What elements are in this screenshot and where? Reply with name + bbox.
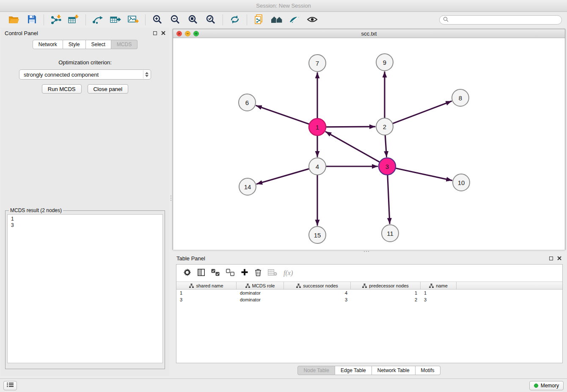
node-10[interactable]: 10 [453,174,470,191]
table-row[interactable]: 3dominator323 [176,296,562,303]
show-graphics-details-button[interactable] [303,13,321,27]
network-overview-button[interactable] [250,13,268,27]
tab-network[interactable]: Network [33,40,63,49]
mcds-result-item[interactable]: 1 [11,216,159,222]
table-cell[interactable]: 3 [176,296,237,303]
tab-style[interactable]: Style [63,40,86,49]
export-network-button[interactable] [89,13,107,27]
zoom-fit-icon [188,14,198,26]
edge-2-3[interactable] [385,135,386,157]
tab-node-table[interactable]: Node Table [297,366,335,375]
import-table-button[interactable] [65,13,83,27]
task-history-button[interactable] [3,381,17,390]
tab-mcds[interactable]: MCDS [111,40,138,49]
edge-3-11[interactable] [388,175,390,224]
table-row[interactable]: 1dominator411 [176,290,562,296]
node-4[interactable]: 4 [309,158,326,175]
eye-icon [307,16,318,24]
column-header-shared-name[interactable]: shared name [176,282,237,289]
panel-splitter-handle[interactable] [364,250,369,252]
table-header-row: shared nameMCDS rolesuccessor nodesprede… [176,282,562,290]
edge-3-1[interactable] [326,132,380,162]
mcds-result-item[interactable]: 3 [11,222,159,229]
panel-splitter-handle[interactable] [170,196,172,201]
svg-text:9: 9 [383,59,386,66]
maximize-window-icon[interactable] [193,31,199,36]
add-column-button[interactable] [241,268,248,278]
table-cell[interactable]: dominator [237,296,284,303]
mcds-result-list[interactable]: 13 [7,214,163,363]
column-header-successor-nodes[interactable]: successor nodes [284,282,351,289]
search-input[interactable] [451,17,558,23]
table-cell[interactable]: 2 [351,296,421,303]
delete-column-button[interactable] [255,268,261,278]
tab-motifs[interactable]: Motifs [416,366,440,375]
node-9[interactable]: 9 [376,54,393,71]
zoom-fit-button[interactable] [184,13,202,27]
export-network-icon [92,15,103,25]
run-mcds-button[interactable]: Run MCDS [42,84,82,94]
node-6[interactable]: 6 [239,94,256,111]
table-settings-button[interactable] [183,268,191,278]
node-14[interactable]: 14 [239,178,256,195]
zoom-in-icon [152,14,162,26]
table-cell[interactable]: dominator [237,290,284,296]
show-columns-button[interactable] [198,269,205,278]
edge-2-8[interactable] [393,101,451,123]
deselect-all-button[interactable] [226,269,234,278]
node-2[interactable]: 2 [376,118,393,135]
optimization-dropdown[interactable]: strongly connected component [19,69,151,80]
save-icon [28,15,36,25]
edge-3-10[interactable] [396,168,452,180]
node-7[interactable]: 7 [309,55,326,72]
minimize-window-icon[interactable] [185,31,190,36]
table-cell[interactable]: 3 [421,296,457,303]
table-panel: Table Panel [173,253,565,376]
select-all-button[interactable] [211,269,220,278]
open-file-button[interactable] [5,13,23,27]
float-panel-icon[interactable] [549,257,553,260]
style-button[interactable] [286,13,303,27]
float-panel-icon[interactable] [153,31,157,35]
export-image-button[interactable] [124,13,142,27]
column-header-name[interactable]: name [421,282,457,289]
table-cell[interactable]: 1 [421,290,457,296]
edge-1-2[interactable] [326,127,375,127]
toolbar-separator [145,14,146,25]
close-panel-icon[interactable] [557,255,561,262]
table-cell[interactable]: 3 [284,296,351,303]
control-panel-title: Control Panel [5,30,38,36]
node-15[interactable]: 15 [309,226,326,243]
network-window: scc.txt 7968123414101511 [173,29,565,250]
main-toolbar [0,12,567,28]
export-table-button[interactable] [107,13,124,27]
column-header-MCDS-role[interactable]: MCDS role [237,282,284,289]
apply-layout-button[interactable] [226,13,244,27]
close-window-icon[interactable] [176,31,182,36]
home-button[interactable] [268,13,286,27]
search-field[interactable] [439,15,562,25]
status-bar: Memory [0,378,567,392]
import-network-button[interactable] [47,13,65,27]
node-1[interactable]: 1 [309,119,326,135]
edge-1-6[interactable] [256,106,309,124]
table-cell[interactable]: 4 [284,290,351,296]
close-panel-button[interactable]: Close panel [88,84,129,94]
close-panel-icon[interactable] [161,30,165,36]
table-cell[interactable]: 1 [351,290,421,296]
tab-select[interactable]: Select [86,40,111,49]
network-canvas[interactable]: 7968123414101511 [173,38,565,250]
memory-button[interactable]: Memory [529,381,564,390]
node-8[interactable]: 8 [452,89,469,106]
node-11[interactable]: 11 [382,225,399,242]
tab-network-table[interactable]: Network Table [372,366,416,375]
tab-edge-table[interactable]: Edge Table [335,366,372,375]
node-3[interactable]: 3 [379,158,396,175]
zoom-selected-button[interactable] [202,13,220,27]
save-session-button[interactable] [23,13,41,27]
column-header-predecessor-nodes[interactable]: predecessor nodes [351,282,421,289]
zoom-out-button[interactable] [166,13,184,27]
edge-4-14[interactable] [257,169,309,184]
table-cell[interactable]: 1 [176,290,237,296]
zoom-in-button[interactable] [149,13,166,27]
